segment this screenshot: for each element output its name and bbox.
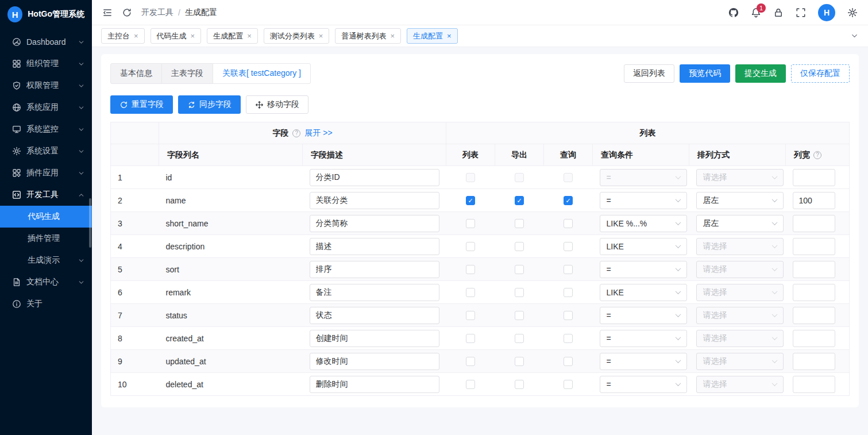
align-select[interactable]: 请选择 [696, 169, 784, 186]
align-select[interactable]: 请选择 [696, 330, 784, 347]
query-checkbox[interactable] [564, 173, 573, 182]
export-checkbox[interactable] [515, 357, 524, 366]
query-checkbox[interactable] [564, 334, 573, 343]
list-checkbox[interactable] [466, 219, 475, 228]
nav-tab[interactable]: 生成配置 [207, 28, 258, 44]
lock-screen-icon[interactable] [773, 7, 784, 18]
query-checkbox[interactable] [564, 219, 573, 228]
export-checkbox[interactable] [515, 219, 524, 228]
close-icon[interactable] [319, 32, 323, 40]
config-tab[interactable]: 关联表[ testCategory ] [213, 63, 311, 84]
field-desc-input[interactable] [310, 192, 439, 209]
预览代码-button[interactable]: 预览代码 [680, 64, 730, 83]
query-condition-select[interactable]: = [600, 192, 687, 209]
list-checkbox[interactable] [466, 357, 475, 366]
返回列表-button[interactable]: 返回列表 [624, 64, 674, 83]
query-condition-select[interactable]: = [600, 307, 687, 324]
nav-tab[interactable]: 生成配置 [407, 28, 458, 44]
移动字段-button[interactable]: 移动字段 [246, 95, 308, 114]
column-width-input[interactable] [793, 238, 835, 255]
sidebar-subitem[interactable]: 插件管理 [0, 228, 92, 249]
sidebar-item[interactable]: 开发工具 [0, 184, 92, 206]
app-logo[interactable]: H HotGo管理系统 [0, 0, 92, 29]
list-checkbox[interactable] [466, 380, 475, 389]
list-checkbox[interactable] [466, 334, 475, 343]
expand-link[interactable]: 展开 >> [304, 128, 332, 138]
仅保存配置-button[interactable]: 仅保存配置 [791, 64, 850, 83]
list-checkbox[interactable] [466, 173, 475, 182]
chevron-down-icon[interactable] [850, 32, 859, 40]
sidebar-item[interactable]: 权限管理 [0, 75, 92, 97]
query-condition-select[interactable]: = [600, 376, 687, 393]
config-tab[interactable]: 基本信息 [110, 63, 162, 84]
nav-tab[interactable]: 主控台 [101, 28, 145, 44]
field-desc-input[interactable] [310, 353, 439, 370]
sidebar-item[interactable]: 关于 [0, 293, 92, 315]
column-width-input[interactable] [793, 284, 835, 301]
avatar[interactable]: H [818, 4, 835, 21]
field-desc-input[interactable] [310, 307, 439, 324]
align-select[interactable]: 请选择 [696, 261, 784, 278]
list-checkbox[interactable] [466, 288, 475, 297]
sidebar-item[interactable]: 系统设置 [0, 140, 92, 162]
collapse-menu-icon[interactable] [102, 7, 113, 18]
github-icon[interactable] [728, 7, 739, 18]
sidebar-item[interactable]: 系统应用 [0, 97, 92, 118]
list-checkbox[interactable] [466, 196, 475, 205]
query-condition-select[interactable]: = [600, 169, 687, 186]
export-checkbox[interactable] [515, 334, 524, 343]
field-desc-input[interactable] [310, 284, 439, 301]
query-condition-select[interactable]: = [600, 261, 687, 278]
query-checkbox[interactable] [564, 196, 573, 205]
export-checkbox[interactable] [515, 288, 524, 297]
query-checkbox[interactable] [564, 242, 573, 251]
align-select[interactable]: 请选择 [696, 284, 784, 301]
query-checkbox[interactable] [564, 311, 573, 320]
close-icon[interactable] [134, 32, 138, 40]
query-checkbox[interactable] [564, 288, 573, 297]
export-checkbox[interactable] [515, 196, 524, 205]
close-icon[interactable] [447, 32, 452, 40]
field-desc-input[interactable] [310, 261, 439, 278]
sidebar-item[interactable]: 组织管理 [0, 53, 92, 75]
close-icon[interactable] [247, 32, 252, 40]
sidebar-item[interactable]: Dashboard [0, 31, 92, 53]
sidebar-subitem[interactable]: 代码生成 [0, 206, 92, 228]
同步字段-button[interactable]: 同步字段 [178, 95, 241, 114]
提交生成-button[interactable]: 提交生成 [735, 64, 786, 83]
field-desc-input[interactable] [310, 169, 439, 186]
nav-tab[interactable]: 测试分类列表 [264, 28, 330, 44]
align-select[interactable]: 请选择 [696, 376, 784, 393]
field-desc-input[interactable] [310, 376, 439, 393]
close-icon[interactable] [390, 32, 395, 40]
align-select[interactable]: 请选择 [696, 353, 784, 370]
field-desc-input[interactable] [310, 330, 439, 347]
sidebar-item[interactable]: 插件应用 [0, 162, 92, 184]
sidebar-subitem[interactable]: 生成演示 [0, 249, 92, 271]
nav-tab[interactable]: 代码生成 [151, 28, 202, 44]
export-checkbox[interactable] [515, 173, 524, 182]
query-condition-select[interactable]: LIKE [600, 284, 687, 301]
column-width-input[interactable] [793, 307, 835, 324]
column-width-input[interactable] [793, 215, 835, 232]
sidebar-scrollbar[interactable] [89, 198, 91, 248]
fullscreen-icon[interactable] [796, 7, 806, 18]
query-checkbox[interactable] [564, 357, 573, 366]
sidebar-item[interactable]: 系统监控 [0, 118, 92, 140]
export-checkbox[interactable] [515, 265, 524, 274]
query-condition-select[interactable]: LIKE [600, 238, 687, 255]
config-tab[interactable]: 主表字段 [161, 63, 213, 84]
export-checkbox[interactable] [515, 311, 524, 320]
align-select[interactable]: 居左 [696, 215, 784, 232]
breadcrumb-section[interactable]: 开发工具 [141, 7, 173, 18]
list-checkbox[interactable] [466, 311, 475, 320]
query-condition-select[interactable]: LIKE %...% [600, 215, 687, 232]
field-desc-input[interactable] [310, 215, 439, 232]
重置字段-button[interactable]: 重置字段 [110, 95, 173, 114]
query-condition-select[interactable]: = [600, 353, 687, 370]
query-checkbox[interactable] [564, 265, 573, 274]
list-checkbox[interactable] [466, 265, 475, 274]
notifications-bell-icon[interactable]: 1 [751, 7, 761, 18]
align-select[interactable]: 请选择 [696, 307, 784, 324]
column-width-input[interactable] [793, 192, 835, 209]
